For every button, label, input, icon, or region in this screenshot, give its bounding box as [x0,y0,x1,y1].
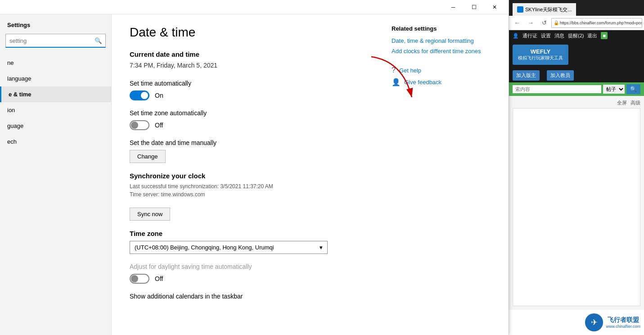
sidebar-item-language2[interactable]: guage [0,118,111,134]
search-row: 帖子 🔍 [509,82,644,96]
sidebar-item-region[interactable]: ion [0,102,111,118]
toggle-thumb-on [141,92,148,99]
related-settings-panel: Related settings Date, time & regional f… [392,25,491,90]
logo-sub: www.chinaflier.com [606,324,640,329]
toggle-thumb-off [131,122,138,129]
forum-search-button[interactable]: 🔍 [626,84,640,94]
nav-item-settings[interactable]: 设置 [541,32,551,39]
timezone-dropdown[interactable]: (UTC+08:00) Beijing, Chongqing, Hong Kon… [130,241,328,254]
set-timezone-auto-toggle[interactable] [130,120,149,130]
set-timezone-auto-toggle-row: Off [130,120,491,130]
maximize-button[interactable]: ☐ [464,0,484,14]
sync-heading: Synchronize your clock [130,172,491,180]
add-clocks-link[interactable]: Add clocks for different time zones [392,48,491,54]
get-help-row[interactable]: ? Get help [392,66,491,74]
additional-calendars-row: Show additional calendars in the taskbar [130,293,491,300]
refresh-button[interactable]: ↺ [538,17,550,29]
content-area [513,108,640,306]
search-button[interactable]: 🔍 [91,34,105,47]
forward-button[interactable]: → [524,17,537,29]
join-admin-button[interactable]: 加入版主 [513,70,540,81]
sidebar-nav: ne language e & time ion guage ech [0,55,111,149]
logo-icon: ✈ [585,313,603,331]
daylight-row: Adjust for daylight saving time automati… [130,263,491,284]
additional-calendars-label: Show additional calendars in the taskbar [130,293,491,300]
daylight-toggle-text: Off [155,275,163,282]
sidebar-item-speech[interactable]: ech [0,134,111,149]
main-content: Date & time Current date and time 7:34 P… [112,14,509,335]
title-bar: ─ ☐ ✕ [0,0,509,14]
close-button[interactable]: ✕ [484,0,505,14]
logo-text: 飞行者联盟 [608,316,640,324]
set-time-auto-toggle[interactable] [130,91,149,100]
chinese-nav: 👤 通行证 设置 消息 提醒(2) 退出 ■ [509,30,644,41]
settings-window: ─ ☐ ✕ Settings 🔍 ne language e & time io… [0,0,509,335]
nav-item-pass[interactable]: 通行证 [522,32,537,39]
join-row: 加入版主 加入教员 [509,68,644,82]
sidebar-title: Settings [0,18,111,30]
advanced-link[interactable]: 高级 [630,100,640,106]
back-button[interactable]: ← [511,17,523,29]
set-manually-label: Set the date and time manually [130,139,491,146]
timezone-value: (UTC+08:00) Beijing, Chongqing, Hong Kon… [135,244,274,251]
browser-controls: ← → ↺ 🔒 https://bbs.chinaflier.com/forum… [509,16,644,30]
wefly-title: WEFLY [518,48,563,55]
regional-formatting-link[interactable]: Date, time & regional formatting [392,37,491,44]
feedback-link[interactable]: Give feedback [404,79,441,86]
nav-item-alerts[interactable]: 提醒(2) [568,32,584,39]
url-text: https://bbs.chinaflier.com/forum.php?mod… [560,21,642,25]
wefly-section: WEFLY 模拟飞行玩家聊天工具 [509,41,644,68]
feedback-icon: 👤 [392,78,401,86]
related-settings-heading: Related settings [392,25,491,32]
nav-item-logout[interactable]: 退出 [587,32,597,39]
join-instructor-button[interactable]: 加入教员 [547,70,574,81]
set-timezone-auto-row: Set time zone automatically Off [130,109,491,130]
sidebar: Settings 🔍 ne language e & time ion guag… [0,14,112,335]
url-bar[interactable]: 🔒 https://bbs.chinaflier.com/forum.php?m… [551,18,642,28]
timezone-label: Time zone [130,230,491,237]
daylight-toggle-row: Off [130,274,491,284]
browser-panel: SKYline天际模飞交... ← → ↺ 🔒 https://bbs.chin… [509,0,644,335]
daylight-toggle-thumb [131,275,138,282]
wefly-box: WEFLY 模拟飞行玩家聊天工具 [513,45,568,65]
set-timezone-auto-toggle-text: Off [155,122,163,129]
browser-body: 全屏 高级 [509,96,644,310]
sidebar-item-time[interactable]: e & time [0,86,111,102]
sidebar-item-language[interactable]: language [0,71,111,86]
daylight-label: Adjust for daylight saving time automati… [130,263,491,270]
set-manually-row: Set the date and time manually Change [130,139,491,163]
browser-tab-bar: SKYline天际模飞交... [509,0,644,16]
sync-now-button[interactable]: Sync now [130,208,170,221]
action-row: 全屏 高级 [617,100,640,106]
sidebar-item-home[interactable]: ne [0,55,111,71]
get-help-icon: ? [392,66,396,74]
minimize-button[interactable]: ─ [443,0,464,14]
timezone-row: Time zone (UTC+08:00) Beijing, Chongqing… [130,230,491,254]
search-box[interactable]: 🔍 [5,34,106,48]
forum-search-input[interactable] [513,85,601,93]
browser-tab-1[interactable]: SKYline天际模飞交... [513,3,576,16]
feedback-row[interactable]: 👤 Give feedback [392,78,491,86]
set-time-auto-toggle-row: On [130,91,491,100]
search-input[interactable] [6,36,91,46]
nav-item-messages[interactable]: 消息 [554,32,564,39]
settings-body: Settings 🔍 ne language e & time ion guag… [0,14,509,335]
lock-icon: 🔒 [554,20,559,25]
sync-section: Synchronize your clock Last successful t… [130,172,491,221]
time-server-info: Time server: time.windows.com [130,191,491,198]
window-controls: ─ ☐ ✕ [443,0,505,14]
badge-green: ■ [601,32,608,39]
forum-search-type[interactable]: 帖子 [603,85,625,94]
timezone-chevron-icon: ▾ [320,244,323,251]
last-sync-info: Last successful time synchronization: 3/… [130,183,491,190]
tab1-label: SKYline天际模飞交... [525,6,572,13]
nav-avatar: 👤 [513,33,519,39]
change-button[interactable]: Change [130,150,166,163]
set-time-auto-toggle-text: On [155,92,163,99]
tab1-favicon [517,6,523,13]
fullscreen-link[interactable]: 全屏 [617,100,627,106]
logo-area: ✈ 飞行者联盟 www.chinaflier.com [509,310,644,335]
set-timezone-auto-label: Set time zone automatically [130,109,491,117]
get-help-link[interactable]: Get help [399,67,421,74]
daylight-toggle[interactable] [130,274,149,284]
